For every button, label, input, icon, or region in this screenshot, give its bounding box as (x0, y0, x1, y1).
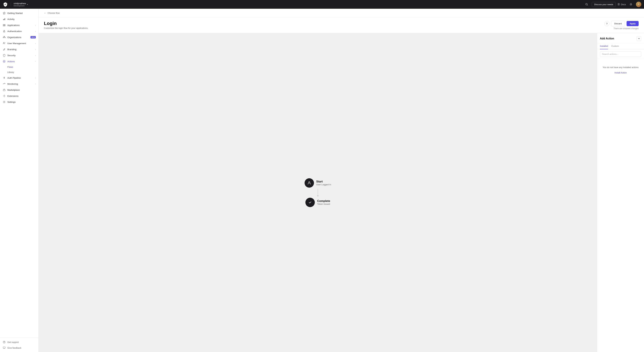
user-management-chevron-icon: › (35, 42, 36, 44)
svg-point-38 (308, 182, 310, 183)
sidebar-item-activity[interactable]: Activity (0, 16, 38, 22)
sidebar-item-monitoring[interactable]: Monitoring › (0, 81, 38, 87)
sidebar-item-applications[interactable]: Applications › (0, 22, 38, 28)
sidebar-item-settings[interactable]: Settings (0, 99, 38, 105)
flow-canvas[interactable]: Start User Logged In (38, 33, 597, 352)
app-logo[interactable] (3, 2, 8, 7)
activity-label: Activity (8, 18, 36, 20)
monitoring-icon (3, 82, 6, 85)
header-divider (11, 2, 11, 6)
svg-point-33 (4, 96, 4, 96)
give-feedback-icon (3, 346, 6, 349)
panel-header: Add Action + (597, 33, 644, 43)
actions-icon (3, 60, 6, 63)
applications-icon (3, 24, 6, 27)
main-content: ← Choose flow Login Customize the login … (38, 9, 644, 352)
discard-button[interactable]: Discard (611, 21, 625, 26)
svg-rect-11 (3, 25, 4, 26)
sidebar-item-security[interactable]: Security › (0, 52, 38, 58)
get-support-item[interactable]: Get support (0, 339, 38, 345)
page-info: Login Customize the login flow for your … (44, 21, 88, 29)
search-actions-input[interactable] (600, 51, 641, 57)
actions-submenu: Flows Library (0, 64, 38, 75)
sidebar: Getting Started Activity Applications › (0, 9, 38, 352)
sidebar-item-extensions[interactable]: Extensions (0, 93, 38, 99)
svg-rect-16 (3, 37, 4, 38)
marketplace-label: Marketplace (8, 89, 36, 91)
sidebar-sub-item-flows[interactable]: Flows (0, 64, 38, 70)
start-node-circle[interactable] (304, 178, 314, 188)
sidebar-item-authentication[interactable]: Authentication › (0, 28, 38, 34)
search-button[interactable] (584, 1, 590, 8)
breadcrumb-label: Choose flow (48, 12, 60, 14)
complete-node-title: Complete (317, 200, 330, 203)
getting-started-label: Getting Started (8, 12, 36, 14)
svg-rect-37 (3, 347, 5, 348)
content-header: Login Customize the login flow for your … (38, 18, 644, 33)
page-title: Login (44, 21, 88, 26)
branding-label: Branding (8, 48, 34, 51)
complete-node-text: Complete Token Issued (317, 200, 330, 205)
svg-rect-15 (4, 36, 4, 37)
breadcrumb[interactable]: ← Choose flow (44, 12, 60, 14)
actions-label: Actions (8, 60, 34, 63)
docs-button[interactable]: Docs (618, 3, 626, 6)
sidebar-item-user-management[interactable]: User Management › (0, 40, 38, 46)
getting-started-icon (3, 12, 6, 14)
library-label: Library (8, 71, 14, 74)
discuss-needs-button[interactable]: Discuss your needs (592, 2, 616, 7)
panel-add-button[interactable]: + (636, 36, 641, 41)
tab-custom[interactable]: Custom (611, 43, 619, 49)
sidebar-sub-item-library[interactable]: Library (0, 70, 38, 75)
give-feedback-item[interactable]: Give feedback (0, 345, 38, 351)
sidebar-footer: Get support Give feedback (0, 338, 38, 352)
branding-chevron-icon: › (35, 48, 36, 50)
actions-chevron-icon: › (34, 61, 36, 62)
svg-rect-9 (3, 24, 4, 25)
svg-line-1 (587, 5, 588, 5)
get-support-icon (3, 340, 6, 344)
sidebar-item-auth-pipeline[interactable]: Auth Pipeline › (0, 75, 38, 81)
flow-node-start: Start User Logged In (304, 178, 331, 188)
svg-point-26 (5, 48, 5, 49)
panel-empty-text: You do not have any installed actions (600, 66, 641, 69)
applications-label: Applications (8, 24, 34, 26)
breadcrumb-arrow-icon: ← (44, 12, 46, 14)
sidebar-item-branding[interactable]: Branding › (0, 46, 38, 52)
svg-rect-8 (5, 18, 5, 20)
account-name: rohitjmathew (14, 2, 26, 5)
tab-installed[interactable]: Installed (600, 43, 608, 49)
get-support-label: Get support (8, 341, 19, 344)
start-node-title: Start (316, 180, 331, 183)
app-body: Getting Started Activity Applications › (0, 9, 644, 352)
svg-rect-7 (4, 19, 4, 20)
account-switcher[interactable]: rohitjmathew Development ▾ (14, 2, 28, 7)
help-button[interactable]: ? (604, 21, 610, 26)
svg-rect-10 (4, 24, 5, 25)
sidebar-item-organizations[interactable]: Organizations NEW (0, 34, 38, 40)
install-action-link[interactable]: Install Action (614, 72, 627, 74)
notifications-button[interactable] (628, 1, 634, 8)
docs-label: Docs (621, 3, 626, 6)
applications-chevron-icon: › (35, 24, 36, 26)
svg-point-22 (4, 42, 4, 43)
svg-point-34 (4, 102, 5, 102)
sidebar-item-actions[interactable]: Actions › (0, 58, 38, 64)
panel-empty-state: You do not have any installed actions In… (597, 59, 644, 81)
complete-node-circle[interactable] (306, 198, 315, 207)
user-management-label: User Management (8, 42, 34, 44)
content-topbar: ← Choose flow (38, 9, 644, 18)
user-avatar[interactable]: R (636, 2, 641, 7)
panel-search (597, 49, 644, 59)
flows-label: Flows (8, 66, 13, 68)
svg-point-14 (4, 31, 4, 32)
user-management-icon (3, 42, 6, 45)
complete-node-subtitle: Token Issued (317, 203, 330, 205)
security-label: Security (8, 54, 34, 57)
sidebar-item-getting-started[interactable]: Getting Started (0, 10, 38, 16)
apply-button[interactable]: Apply (626, 21, 639, 26)
extensions-icon (3, 94, 6, 98)
security-chevron-icon: › (35, 54, 36, 56)
sidebar-item-marketplace[interactable]: Marketplace (0, 87, 38, 93)
organizations-icon (3, 36, 6, 39)
